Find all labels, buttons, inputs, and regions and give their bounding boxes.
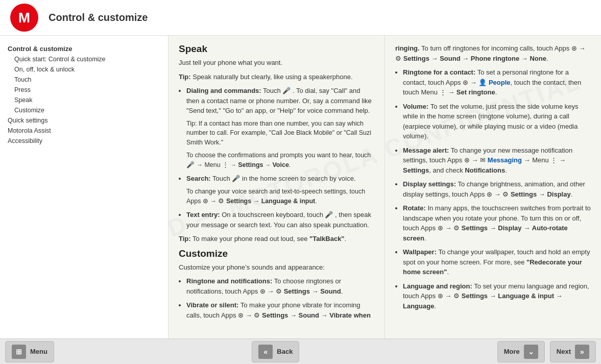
bullet-ringtone-contact: Ringtone for a contact: To set a persona… xyxy=(403,67,591,98)
bullet-ringtone-notif: Ringtone and notifications: To choose ri… xyxy=(186,276,374,296)
speak-list: Dialing and commands: Touch 🎤 . To dial,… xyxy=(186,86,374,230)
search-sub: To change your voice search and text-to-… xyxy=(186,187,374,206)
back-icon: « xyxy=(258,345,273,359)
customize-list: Ringtone and notifications: To choose ri… xyxy=(186,276,374,320)
customize-heading: Customize xyxy=(179,248,374,259)
sidebar-item-speak[interactable]: Speak xyxy=(0,95,168,105)
sidebar-item-motorola-assist[interactable]: Motorola Assist xyxy=(0,126,168,136)
back-label: Back xyxy=(277,348,293,355)
menu-button[interactable]: ⊞ Menu xyxy=(5,341,54,362)
footer: ⊞ Menu « Back More ⌄ Next » xyxy=(0,338,601,364)
next-label: Next xyxy=(557,348,571,355)
bullet-wallpaper: Wallpaper: To change your wallpaper, tou… xyxy=(403,247,591,277)
bullet-display: Display settings: To change brightness, … xyxy=(403,179,591,199)
bullet-search: Search: Touch 🎤 in the home screen to se… xyxy=(186,174,374,206)
header: M Control & customize xyxy=(0,0,601,36)
right-content: ringing. To turn off ringtones for incom… xyxy=(385,36,601,338)
back-button[interactable]: « Back xyxy=(252,341,299,362)
sidebar-item-accessibility[interactable]: Accessibility xyxy=(0,136,168,146)
main-container: Control & customize Quick start: Control… xyxy=(0,36,601,338)
sidebar-item-control-customize[interactable]: Control & customize xyxy=(0,43,168,54)
sidebar-item-press[interactable]: Press xyxy=(0,85,168,95)
nested-tip2: To choose the confirmations and prompts … xyxy=(186,151,374,170)
customize-intro: Customize your phone’s sounds and appear… xyxy=(179,262,374,273)
sidebar-item-quick-settings[interactable]: Quick settings xyxy=(0,115,168,126)
footer-right: More ⌄ Next » xyxy=(497,341,596,362)
next-icon: » xyxy=(575,345,589,359)
content-area: Speak Just tell your phone what you want… xyxy=(169,36,601,338)
ringing-para: ringing. To turn off ringtones for incom… xyxy=(395,43,591,63)
menu-label: Menu xyxy=(30,348,47,355)
menu-icon: ⊞ xyxy=(12,345,26,359)
bullet-rotate: Rotate: In many apps, the touchscreen sw… xyxy=(403,203,591,243)
bullet-message-alert: Message alert: To change your new messag… xyxy=(403,145,591,176)
speak-intro: Just tell your phone what you want. xyxy=(179,58,374,68)
bullet-dialing: Dialing and commands: Touch 🎤 . To dial,… xyxy=(186,86,374,169)
tip2: Tip: To make your phone read out loud, s… xyxy=(179,234,374,244)
nested-tip1: Tip: If a contact has more than one numb… xyxy=(186,119,374,148)
more-button[interactable]: More ⌄ xyxy=(497,341,545,362)
left-content: Speak Just tell your phone what you want… xyxy=(169,36,385,338)
sidebar-item-quick-start[interactable]: Quick start: Control & customize xyxy=(0,54,168,64)
sidebar: Control & customize Quick start: Control… xyxy=(0,36,169,338)
bullet-language: Language and region: To set your menu la… xyxy=(403,281,591,311)
next-button[interactable]: Next » xyxy=(550,341,596,362)
sidebar-item-touch[interactable]: Touch xyxy=(0,75,168,85)
tip1: Tip: Speak naturally but clearly, like u… xyxy=(179,72,374,82)
sidebar-item-customize[interactable]: Customize xyxy=(0,105,168,115)
right-list: Ringtone for a contact: To set a persona… xyxy=(403,67,591,311)
speak-heading: Speak xyxy=(179,43,374,55)
page-title: Control & customize xyxy=(49,12,148,23)
bullet-vibrate: Vibrate or silent: To make your phone vi… xyxy=(186,300,374,320)
motorola-logo: M xyxy=(10,4,38,32)
sidebar-item-on-off[interactable]: On, off, lock & unlock xyxy=(0,64,168,75)
bullet-text-entry: Text entry: On a touchscreen keyboard, t… xyxy=(186,210,374,230)
more-label: More xyxy=(504,348,520,355)
bullet-volume: Volume: To set the volume, just press th… xyxy=(403,102,591,141)
more-icon: ⌄ xyxy=(524,345,538,359)
